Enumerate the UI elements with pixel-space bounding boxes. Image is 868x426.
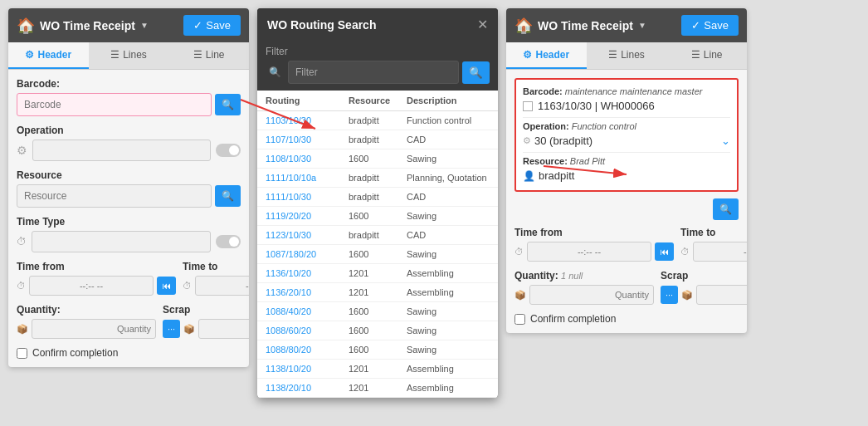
scrap-dots-button[interactable]: ··· (163, 320, 180, 338)
confirm-checkbox[interactable] (17, 348, 27, 359)
time-type-toggle[interactable] (216, 235, 241, 248)
table-row[interactable]: 1111/10/30 bradpitt CAD (257, 188, 498, 207)
op-chevron-icon[interactable]: ⌄ (721, 135, 730, 147)
left-tab-line[interactable]: ☰ Line (168, 42, 249, 69)
operation-field[interactable] (32, 140, 211, 161)
right-scrap-input[interactable] (696, 285, 747, 305)
right-scrap-icon: 📦 (681, 290, 693, 301)
right-scrap-dots-button[interactable]: ··· (661, 286, 678, 304)
filter-label: Filter (266, 46, 490, 57)
col-description: Description (407, 95, 490, 105)
cell-description: Sawing (407, 306, 490, 316)
table-row[interactable]: 1138/20/10 1201 Assembling (257, 379, 498, 398)
hb-operation-meta: Function control (572, 121, 636, 131)
left-save-button[interactable]: ✓ Save (183, 15, 241, 36)
table-row[interactable]: 1123/10/30 bradpitt CAD (257, 226, 498, 245)
hb-resource-label: Resource: Brad Pitt (523, 156, 730, 166)
table-row[interactable]: 1088/60/20 1600 Sawing (257, 321, 498, 340)
barcode-search-button[interactable]: 🔍 (215, 94, 241, 115)
time-from-clock-button[interactable]: ⏮ (157, 277, 176, 295)
dialog-title: WO Routing Search (267, 18, 376, 32)
table-row[interactable]: 1088/80/20 1600 Sawing (257, 340, 498, 360)
filter-search-button[interactable]: 🔍 (462, 61, 490, 84)
right-title-arrow[interactable]: ▼ (638, 21, 646, 30)
right-time-from-row: ⏱ ⏮ (514, 242, 674, 262)
cell-routing: 1111/10/10a (266, 173, 349, 183)
cell-description: CAD (407, 192, 490, 202)
routing-table: Routing Resource Description 1103/10/30 … (257, 91, 498, 398)
cell-routing: 1136/20/10 (266, 287, 349, 297)
operation-toggle[interactable] (216, 144, 241, 157)
dialog-close-button[interactable]: ✕ (477, 17, 488, 32)
table-header: Routing Resource Description (257, 91, 498, 111)
time-type-field[interactable] (32, 231, 211, 252)
resource-input[interactable] (17, 184, 212, 208)
cell-routing: 1103/10/30 (266, 115, 349, 125)
cell-routing: 1107/10/30 (266, 135, 349, 144)
filter-search-icon: 🔍 (266, 66, 285, 78)
left-tab-header[interactable]: ⚙ Header (8, 42, 89, 69)
right-tab-lines[interactable]: ☰ Lines (587, 42, 667, 69)
table-row[interactable]: 1119/20/20 1600 Sawing (257, 207, 498, 226)
cell-routing: 1138/20/10 (266, 383, 349, 393)
home-icon: 🏠 (17, 17, 35, 35)
right-time-from-input[interactable] (527, 242, 651, 262)
scrap-input[interactable] (198, 319, 249, 339)
right-header: 🏠 WO Time Receipt ▼ ✓ Save (506, 8, 747, 42)
right-time-from-clock-button[interactable]: ⏮ (655, 242, 674, 261)
left-title-arrow[interactable]: ▼ (140, 21, 149, 30)
right-time-to-input[interactable] (693, 242, 747, 262)
table-row[interactable]: 1136/10/20 1201 Assembling (257, 264, 498, 283)
resource-search-button[interactable]: 🔍 (215, 185, 241, 207)
cell-description: Assembling (407, 287, 490, 297)
table-row[interactable]: 1108/10/30 1600 Sawing (257, 149, 498, 169)
right-tab-header[interactable]: ⚙ Header (506, 42, 587, 69)
right-clock-right: ⏱ (680, 247, 690, 257)
right-quantity-input[interactable] (529, 285, 654, 305)
cell-resource: bradpitt (349, 230, 407, 240)
right-tab-line[interactable]: ☰ Line (666, 42, 747, 69)
right-header-tab-icon: ⚙ (523, 49, 532, 61)
cell-resource: 1600 (349, 154, 407, 164)
table-row[interactable]: 1138/10/20 1201 Assembling (257, 360, 498, 379)
left-tabs: ⚙ Header ☰ Lines ☰ Line (8, 42, 249, 70)
time-to-input[interactable] (195, 276, 249, 296)
right-check-icon: ✓ (691, 19, 700, 32)
filter-input[interactable] (288, 61, 459, 84)
table-row[interactable]: 1111/10/10a bradpitt Planning, Quotation (257, 169, 498, 188)
operation-icon: ⚙ (17, 144, 27, 157)
resource-person-icon: 👤 (523, 170, 535, 182)
cell-resource: 1201 (349, 287, 407, 297)
time-from-input[interactable] (29, 276, 154, 296)
left-form: Barcode: 🔍 Operation ⚙ Resource 🔍 Time T… (8, 70, 249, 367)
left-tab-lines[interactable]: ☰ Lines (89, 42, 169, 69)
quantity-col: Quantity: 📦 (17, 304, 156, 339)
time-to-col: Time to ⏱ ⏮ (183, 261, 249, 296)
cell-resource: 1201 (349, 268, 407, 278)
hb-barcode-meta: maintenance maintenance master (565, 86, 703, 96)
cell-description: Function control (407, 115, 490, 125)
hb-barcode-value: 1163/10/30 | WH000066 (523, 98, 730, 114)
table-row[interactable]: 1088/40/20 1600 Sawing (257, 302, 498, 321)
table-row[interactable]: 1107/10/30 bradpitt CAD (257, 130, 498, 149)
table-row[interactable]: 1136/20/10 1201 Assembling (257, 283, 498, 302)
right-resource-search-button[interactable]: 🔍 (713, 198, 739, 220)
cell-resource: bradpitt (349, 192, 407, 202)
cell-description: Assembling (407, 364, 490, 374)
barcode-input[interactable] (17, 93, 212, 116)
line-tab-icon: ☰ (193, 49, 202, 61)
right-quantity-meta: 1 null (561, 271, 583, 281)
cell-description: Sawing (407, 345, 490, 355)
cell-resource: 1600 (349, 249, 407, 259)
table-row[interactable]: 1087/180/20 1600 Sawing (257, 245, 498, 264)
quantity-input[interactable] (32, 319, 156, 339)
cell-description: CAD (407, 135, 490, 144)
right-save-button[interactable]: ✓ Save (681, 15, 739, 36)
time-from-label: Time from (17, 261, 176, 272)
table-row[interactable]: 1103/10/30 bradpitt Function control (257, 111, 498, 130)
hb-resource-value: 👤 bradpitt (523, 168, 730, 184)
operation-row: ⚙ (17, 140, 241, 161)
op-icon: ⚙ (523, 135, 531, 146)
right-confirm-checkbox[interactable] (514, 314, 525, 325)
right-clock-left: ⏱ (514, 247, 524, 257)
